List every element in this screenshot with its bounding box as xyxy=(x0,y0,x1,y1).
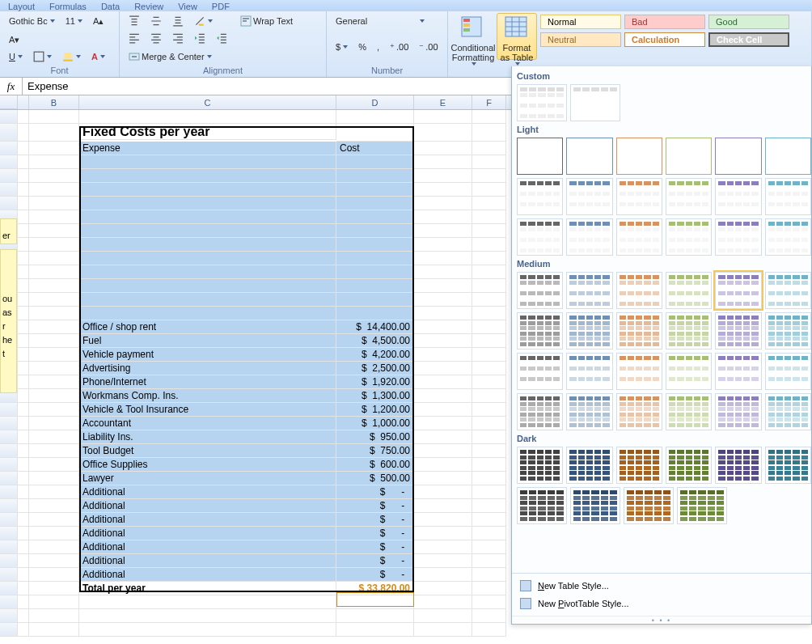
cell[interactable] xyxy=(472,210,506,224)
cell[interactable] xyxy=(414,307,472,320)
cell[interactable] xyxy=(414,279,472,293)
table-style-thumb[interactable] xyxy=(715,447,761,484)
cell[interactable] xyxy=(79,183,336,197)
row-header[interactable] xyxy=(0,527,18,540)
cell[interactable] xyxy=(29,279,79,293)
col-header[interactable] xyxy=(18,95,29,109)
style-good[interactable]: Good xyxy=(708,15,789,29)
fx-icon[interactable]: fx xyxy=(0,78,23,95)
cell[interactable] xyxy=(18,444,29,458)
cell[interactable] xyxy=(18,458,29,472)
cell[interactable] xyxy=(336,252,414,265)
format-as-table-button[interactable]: Format as Table xyxy=(497,13,537,60)
row-header[interactable] xyxy=(0,582,18,595)
cell[interactable] xyxy=(79,595,336,609)
expense-label[interactable]: Office Supplies xyxy=(79,458,336,472)
cell[interactable] xyxy=(18,293,29,307)
style-calculation[interactable]: Calculation xyxy=(624,32,705,47)
style-normal[interactable]: Normal xyxy=(540,15,621,29)
cell[interactable] xyxy=(472,238,506,252)
cell[interactable] xyxy=(472,142,506,155)
cell[interactable] xyxy=(414,183,472,197)
cell[interactable] xyxy=(336,595,414,609)
row-header[interactable] xyxy=(0,417,18,430)
table-style-thumb[interactable] xyxy=(566,272,612,309)
merge-center-button[interactable]: Merge & Center xyxy=(125,49,216,65)
cell[interactable] xyxy=(18,155,29,169)
expense-label[interactable]: Additional xyxy=(79,485,336,499)
table-style-thumb[interactable] xyxy=(616,272,662,309)
underline-button[interactable]: U xyxy=(5,49,27,65)
expense-label[interactable]: Advertising xyxy=(79,362,336,375)
new-pivottable-style-menuitem[interactable]: New PivotTable Style... xyxy=(512,595,811,612)
expense-label[interactable]: Office / shop rent xyxy=(79,320,336,334)
cell[interactable] xyxy=(472,458,506,472)
cell[interactable] xyxy=(414,224,472,238)
expense-amount[interactable]: $ - xyxy=(336,540,414,554)
cell[interactable] xyxy=(414,362,472,375)
cell[interactable] xyxy=(79,155,336,169)
cell[interactable] xyxy=(472,197,506,210)
col-header[interactable]: C xyxy=(79,95,336,109)
row-header[interactable] xyxy=(0,444,18,458)
cell[interactable] xyxy=(29,142,79,155)
expense-amount[interactable]: $ 600.00 xyxy=(336,458,414,472)
cell[interactable] xyxy=(414,238,472,252)
cell[interactable] xyxy=(414,348,472,362)
cell[interactable] xyxy=(414,595,472,609)
table-style-thumb[interactable] xyxy=(566,138,612,175)
sticky-note[interactable]: ouasrhet xyxy=(0,249,17,393)
cell[interactable] xyxy=(472,609,506,623)
cell[interactable] xyxy=(472,527,506,540)
col-header[interactable]: E xyxy=(414,95,472,109)
cell[interactable] xyxy=(79,279,336,293)
cell[interactable] xyxy=(472,417,506,430)
table-style-thumb[interactable] xyxy=(517,447,563,484)
cell[interactable] xyxy=(18,540,29,554)
cell[interactable] xyxy=(79,197,336,210)
select-all-corner[interactable] xyxy=(0,95,18,109)
cell[interactable] xyxy=(29,362,79,375)
align-top-icon[interactable] xyxy=(125,13,144,29)
align-bottom-icon[interactable] xyxy=(168,13,188,29)
col-header[interactable]: B xyxy=(29,95,79,109)
cell[interactable] xyxy=(472,169,506,183)
col-header[interactable]: F xyxy=(472,95,506,109)
table-style-thumb[interactable] xyxy=(765,393,811,430)
expense-amount[interactable]: $ - xyxy=(336,527,414,540)
cell[interactable] xyxy=(336,307,414,320)
expense-label[interactable]: Additional xyxy=(79,527,336,540)
orientation-icon[interactable] xyxy=(190,13,217,29)
cell[interactable] xyxy=(472,430,506,444)
expense-label[interactable]: Additional xyxy=(79,513,336,527)
cell[interactable] xyxy=(414,623,472,637)
cell[interactable] xyxy=(414,293,472,307)
table-style-thumb[interactable] xyxy=(765,138,811,175)
table-style-thumb[interactable] xyxy=(765,353,811,390)
tab-formulas[interactable]: Formulas xyxy=(49,2,87,11)
cell[interactable] xyxy=(472,307,506,320)
cell[interactable] xyxy=(18,527,29,540)
table-style-thumb[interactable] xyxy=(566,393,612,430)
cell[interactable] xyxy=(472,540,506,554)
cell[interactable] xyxy=(336,293,414,307)
table-style-thumb[interactable] xyxy=(517,272,563,309)
cell[interactable] xyxy=(29,527,79,540)
expense-amount[interactable]: $ 750.00 xyxy=(336,444,414,458)
font-family-select[interactable]: Gothic Bc xyxy=(5,13,59,29)
table-style-thumb[interactable] xyxy=(666,447,712,484)
expense-amount[interactable]: $ 500.00 xyxy=(336,472,414,485)
borders-button[interactable] xyxy=(29,49,56,65)
header-cost[interactable]: Cost xyxy=(336,142,414,155)
cell[interactable] xyxy=(29,403,79,417)
cell[interactable] xyxy=(414,389,472,403)
table-style-thumb[interactable] xyxy=(715,393,761,430)
cell[interactable] xyxy=(18,595,29,609)
cell[interactable] xyxy=(29,568,79,582)
expense-label[interactable]: Lawyer xyxy=(79,472,336,485)
cell[interactable] xyxy=(29,348,79,362)
row-header[interactable] xyxy=(0,472,18,485)
cell[interactable] xyxy=(336,169,414,183)
row-header[interactable] xyxy=(0,169,18,183)
cell[interactable] xyxy=(336,110,414,124)
